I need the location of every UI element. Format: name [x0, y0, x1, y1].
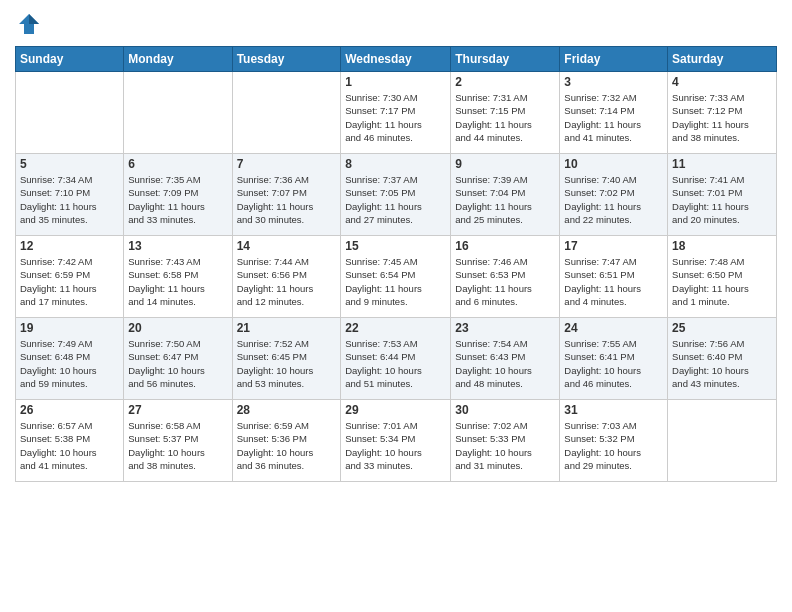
calendar-cell: 21Sunrise: 7:52 AM Sunset: 6:45 PM Dayli…	[232, 318, 341, 400]
calendar-cell: 27Sunrise: 6:58 AM Sunset: 5:37 PM Dayli…	[124, 400, 232, 482]
day-info: Sunrise: 7:42 AM Sunset: 6:59 PM Dayligh…	[20, 255, 119, 308]
page: SundayMondayTuesdayWednesdayThursdayFrid…	[0, 0, 792, 612]
day-number: 5	[20, 157, 119, 171]
calendar-cell: 28Sunrise: 6:59 AM Sunset: 5:36 PM Dayli…	[232, 400, 341, 482]
weekday-header-tuesday: Tuesday	[232, 47, 341, 72]
calendar-cell: 17Sunrise: 7:47 AM Sunset: 6:51 PM Dayli…	[560, 236, 668, 318]
calendar-cell: 23Sunrise: 7:54 AM Sunset: 6:43 PM Dayli…	[451, 318, 560, 400]
calendar-cell	[16, 72, 124, 154]
day-number: 28	[237, 403, 337, 417]
svg-marker-1	[29, 14, 39, 24]
day-number: 21	[237, 321, 337, 335]
day-info: Sunrise: 7:37 AM Sunset: 7:05 PM Dayligh…	[345, 173, 446, 226]
day-number: 4	[672, 75, 772, 89]
calendar-cell: 5Sunrise: 7:34 AM Sunset: 7:10 PM Daylig…	[16, 154, 124, 236]
logo-icon	[15, 10, 43, 38]
day-number: 17	[564, 239, 663, 253]
day-info: Sunrise: 7:40 AM Sunset: 7:02 PM Dayligh…	[564, 173, 663, 226]
day-number: 22	[345, 321, 446, 335]
calendar-cell: 22Sunrise: 7:53 AM Sunset: 6:44 PM Dayli…	[341, 318, 451, 400]
day-info: Sunrise: 7:03 AM Sunset: 5:32 PM Dayligh…	[564, 419, 663, 472]
calendar-table: SundayMondayTuesdayWednesdayThursdayFrid…	[15, 46, 777, 482]
day-number: 7	[237, 157, 337, 171]
calendar-cell: 8Sunrise: 7:37 AM Sunset: 7:05 PM Daylig…	[341, 154, 451, 236]
day-info: Sunrise: 6:59 AM Sunset: 5:36 PM Dayligh…	[237, 419, 337, 472]
calendar-cell: 16Sunrise: 7:46 AM Sunset: 6:53 PM Dayli…	[451, 236, 560, 318]
day-number: 14	[237, 239, 337, 253]
day-info: Sunrise: 7:50 AM Sunset: 6:47 PM Dayligh…	[128, 337, 227, 390]
day-info: Sunrise: 7:35 AM Sunset: 7:09 PM Dayligh…	[128, 173, 227, 226]
day-number: 23	[455, 321, 555, 335]
day-number: 11	[672, 157, 772, 171]
day-info: Sunrise: 7:55 AM Sunset: 6:41 PM Dayligh…	[564, 337, 663, 390]
calendar-cell: 13Sunrise: 7:43 AM Sunset: 6:58 PM Dayli…	[124, 236, 232, 318]
weekday-header-sunday: Sunday	[16, 47, 124, 72]
calendar-cell: 31Sunrise: 7:03 AM Sunset: 5:32 PM Dayli…	[560, 400, 668, 482]
weekday-header-monday: Monday	[124, 47, 232, 72]
day-info: Sunrise: 7:31 AM Sunset: 7:15 PM Dayligh…	[455, 91, 555, 144]
day-info: Sunrise: 7:54 AM Sunset: 6:43 PM Dayligh…	[455, 337, 555, 390]
day-number: 24	[564, 321, 663, 335]
day-number: 15	[345, 239, 446, 253]
day-info: Sunrise: 7:39 AM Sunset: 7:04 PM Dayligh…	[455, 173, 555, 226]
day-info: Sunrise: 7:53 AM Sunset: 6:44 PM Dayligh…	[345, 337, 446, 390]
calendar-week-3: 12Sunrise: 7:42 AM Sunset: 6:59 PM Dayli…	[16, 236, 777, 318]
day-number: 25	[672, 321, 772, 335]
day-info: Sunrise: 7:01 AM Sunset: 5:34 PM Dayligh…	[345, 419, 446, 472]
day-number: 3	[564, 75, 663, 89]
day-info: Sunrise: 7:41 AM Sunset: 7:01 PM Dayligh…	[672, 173, 772, 226]
calendar-cell: 30Sunrise: 7:02 AM Sunset: 5:33 PM Dayli…	[451, 400, 560, 482]
day-number: 27	[128, 403, 227, 417]
calendar-cell: 20Sunrise: 7:50 AM Sunset: 6:47 PM Dayli…	[124, 318, 232, 400]
day-number: 10	[564, 157, 663, 171]
calendar-cell: 3Sunrise: 7:32 AM Sunset: 7:14 PM Daylig…	[560, 72, 668, 154]
calendar-cell	[668, 400, 777, 482]
day-number: 13	[128, 239, 227, 253]
calendar-cell: 12Sunrise: 7:42 AM Sunset: 6:59 PM Dayli…	[16, 236, 124, 318]
day-info: Sunrise: 7:43 AM Sunset: 6:58 PM Dayligh…	[128, 255, 227, 308]
day-number: 12	[20, 239, 119, 253]
day-number: 26	[20, 403, 119, 417]
day-info: Sunrise: 7:45 AM Sunset: 6:54 PM Dayligh…	[345, 255, 446, 308]
calendar-cell: 19Sunrise: 7:49 AM Sunset: 6:48 PM Dayli…	[16, 318, 124, 400]
calendar-cell: 26Sunrise: 6:57 AM Sunset: 5:38 PM Dayli…	[16, 400, 124, 482]
calendar-cell: 2Sunrise: 7:31 AM Sunset: 7:15 PM Daylig…	[451, 72, 560, 154]
calendar-cell: 29Sunrise: 7:01 AM Sunset: 5:34 PM Dayli…	[341, 400, 451, 482]
day-info: Sunrise: 7:30 AM Sunset: 7:17 PM Dayligh…	[345, 91, 446, 144]
day-info: Sunrise: 7:48 AM Sunset: 6:50 PM Dayligh…	[672, 255, 772, 308]
calendar-cell: 4Sunrise: 7:33 AM Sunset: 7:12 PM Daylig…	[668, 72, 777, 154]
day-info: Sunrise: 7:33 AM Sunset: 7:12 PM Dayligh…	[672, 91, 772, 144]
day-info: Sunrise: 7:34 AM Sunset: 7:10 PM Dayligh…	[20, 173, 119, 226]
day-info: Sunrise: 7:02 AM Sunset: 5:33 PM Dayligh…	[455, 419, 555, 472]
calendar-week-1: 1Sunrise: 7:30 AM Sunset: 7:17 PM Daylig…	[16, 72, 777, 154]
day-number: 6	[128, 157, 227, 171]
weekday-header-friday: Friday	[560, 47, 668, 72]
calendar-cell: 14Sunrise: 7:44 AM Sunset: 6:56 PM Dayli…	[232, 236, 341, 318]
calendar-cell: 11Sunrise: 7:41 AM Sunset: 7:01 PM Dayli…	[668, 154, 777, 236]
weekday-header-saturday: Saturday	[668, 47, 777, 72]
calendar-cell	[232, 72, 341, 154]
day-number: 30	[455, 403, 555, 417]
calendar-cell: 1Sunrise: 7:30 AM Sunset: 7:17 PM Daylig…	[341, 72, 451, 154]
day-number: 8	[345, 157, 446, 171]
calendar-cell: 10Sunrise: 7:40 AM Sunset: 7:02 PM Dayli…	[560, 154, 668, 236]
logo	[15, 10, 47, 38]
header	[15, 10, 777, 38]
day-info: Sunrise: 7:44 AM Sunset: 6:56 PM Dayligh…	[237, 255, 337, 308]
weekday-header-wednesday: Wednesday	[341, 47, 451, 72]
day-number: 18	[672, 239, 772, 253]
day-info: Sunrise: 6:57 AM Sunset: 5:38 PM Dayligh…	[20, 419, 119, 472]
calendar-week-5: 26Sunrise: 6:57 AM Sunset: 5:38 PM Dayli…	[16, 400, 777, 482]
calendar-week-2: 5Sunrise: 7:34 AM Sunset: 7:10 PM Daylig…	[16, 154, 777, 236]
calendar-cell: 15Sunrise: 7:45 AM Sunset: 6:54 PM Dayli…	[341, 236, 451, 318]
calendar-cell: 18Sunrise: 7:48 AM Sunset: 6:50 PM Dayli…	[668, 236, 777, 318]
day-number: 31	[564, 403, 663, 417]
day-info: Sunrise: 7:49 AM Sunset: 6:48 PM Dayligh…	[20, 337, 119, 390]
calendar-cell	[124, 72, 232, 154]
weekday-header-thursday: Thursday	[451, 47, 560, 72]
weekday-row: SundayMondayTuesdayWednesdayThursdayFrid…	[16, 47, 777, 72]
day-info: Sunrise: 7:46 AM Sunset: 6:53 PM Dayligh…	[455, 255, 555, 308]
day-info: Sunrise: 6:58 AM Sunset: 5:37 PM Dayligh…	[128, 419, 227, 472]
calendar-week-4: 19Sunrise: 7:49 AM Sunset: 6:48 PM Dayli…	[16, 318, 777, 400]
calendar-cell: 6Sunrise: 7:35 AM Sunset: 7:09 PM Daylig…	[124, 154, 232, 236]
